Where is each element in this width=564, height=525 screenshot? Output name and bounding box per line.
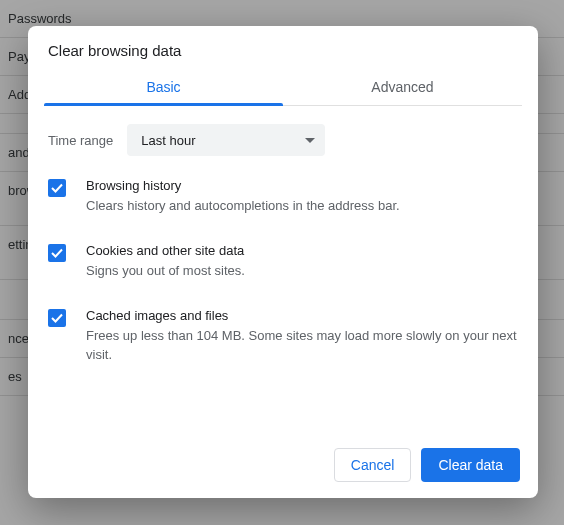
chevron-down-icon	[305, 138, 315, 143]
option-cached: Cached images and files Frees up less th…	[48, 308, 518, 363]
option-title: Cookies and other site data	[86, 243, 518, 258]
time-range-label: Time range	[48, 133, 113, 148]
clear-browsing-data-dialog: Clear browsing data Basic Advanced Time …	[28, 26, 538, 498]
option-text: Cookies and other site data Signs you ou…	[86, 243, 518, 280]
time-range-row: Time range Last hour	[48, 124, 518, 156]
dialog-body: Time range Last hour Browsing history Cl…	[28, 106, 538, 434]
option-desc: Clears history and autocompletions in th…	[86, 197, 518, 215]
clear-data-button[interactable]: Clear data	[421, 448, 520, 482]
option-text: Cached images and files Frees up less th…	[86, 308, 518, 363]
time-range-select[interactable]: Last hour	[127, 124, 325, 156]
checkbox-cached[interactable]	[48, 309, 66, 327]
option-desc: Signs you out of most sites.	[86, 262, 518, 280]
option-text: Browsing history Clears history and auto…	[86, 178, 518, 215]
option-title: Cached images and files	[86, 308, 518, 323]
cancel-button[interactable]: Cancel	[334, 448, 412, 482]
dialog-title: Clear browsing data	[28, 26, 538, 73]
time-range-value: Last hour	[141, 133, 195, 148]
option-title: Browsing history	[86, 178, 518, 193]
option-desc: Frees up less than 104 MB. Some sites ma…	[86, 327, 518, 363]
checkbox-browsing-history[interactable]	[48, 179, 66, 197]
check-icon	[50, 246, 64, 260]
check-icon	[50, 181, 64, 195]
tab-advanced[interactable]: Advanced	[283, 73, 522, 105]
check-icon	[50, 311, 64, 325]
option-browsing-history: Browsing history Clears history and auto…	[48, 178, 518, 215]
option-cookies: Cookies and other site data Signs you ou…	[48, 243, 518, 280]
checkbox-cookies[interactable]	[48, 244, 66, 262]
dialog-tabs: Basic Advanced	[44, 73, 522, 106]
dialog-footer: Cancel Clear data	[28, 434, 538, 498]
tab-basic[interactable]: Basic	[44, 73, 283, 105]
